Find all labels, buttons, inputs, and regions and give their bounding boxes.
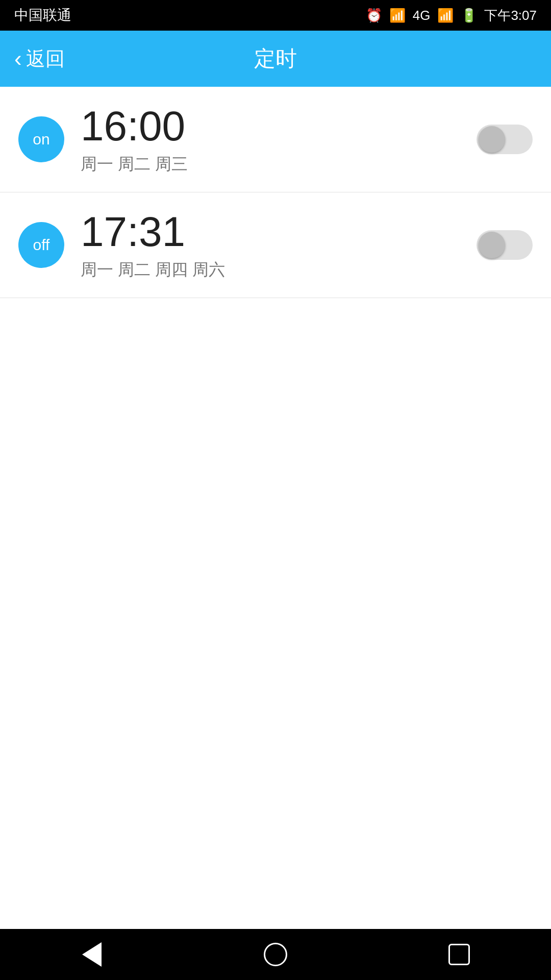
- timer-1-info: 16:00 周一 周二 周三: [81, 103, 460, 176]
- back-button[interactable]: ‹ 返回: [14, 46, 65, 72]
- timer-2-status-label: off: [33, 236, 50, 254]
- status-bar: 中国联通 ⏰ 📶 4G 📶 🔋 下午3:07: [0, 0, 551, 31]
- nav-back-button[interactable]: [71, 934, 112, 975]
- timer-2-toggle[interactable]: [477, 230, 533, 260]
- nav-back-icon: [82, 942, 102, 967]
- timer-1-status-label: on: [33, 131, 49, 148]
- nav-recents-icon: [448, 944, 470, 965]
- signal-label: 4G: [413, 8, 431, 23]
- app-bar: ‹ 返回 定时: [0, 31, 551, 87]
- nav-home-button[interactable]: [255, 934, 296, 975]
- timer-item-1[interactable]: on 16:00 周一 周二 周三: [0, 87, 551, 192]
- timer-1-toggle[interactable]: [477, 125, 533, 154]
- timer-1-days: 周一 周二 周三: [81, 153, 460, 176]
- timer-2-status-badge[interactable]: off: [18, 222, 64, 268]
- battery-icon: 🔋: [461, 8, 477, 23]
- status-icons: ⏰ 📶 4G 📶 🔋 下午3:07: [366, 7, 537, 24]
- timer-1-time: 16:00: [81, 103, 460, 149]
- timer-1-toggle-knob: [479, 126, 505, 153]
- nav-recents-button[interactable]: [439, 934, 480, 975]
- timer-2-toggle-knob: [479, 232, 505, 258]
- carrier-label: 中国联通: [14, 6, 71, 25]
- timer-2-time: 17:31: [81, 209, 460, 255]
- time-label: 下午3:07: [484, 7, 537, 24]
- back-label: 返回: [26, 46, 65, 72]
- page-title: 定时: [254, 44, 297, 73]
- timer-2-days: 周一 周二 周四 周六: [81, 259, 460, 281]
- back-arrow-icon: ‹: [14, 47, 22, 70]
- timer-item-2[interactable]: off 17:31 周一 周二 周四 周六: [0, 192, 551, 298]
- timer-1-status-badge[interactable]: on: [18, 116, 64, 162]
- signal-bars-icon: 📶: [437, 8, 454, 23]
- nav-home-icon: [264, 943, 287, 966]
- nav-bar: [0, 929, 551, 980]
- timer-2-info: 17:31 周一 周二 周四 周六: [81, 209, 460, 281]
- wifi-icon: 📶: [389, 8, 406, 23]
- content-area: on 16:00 周一 周二 周三 off 17:31 周一 周二 周四 周六: [0, 87, 551, 929]
- alarm-icon: ⏰: [366, 8, 382, 23]
